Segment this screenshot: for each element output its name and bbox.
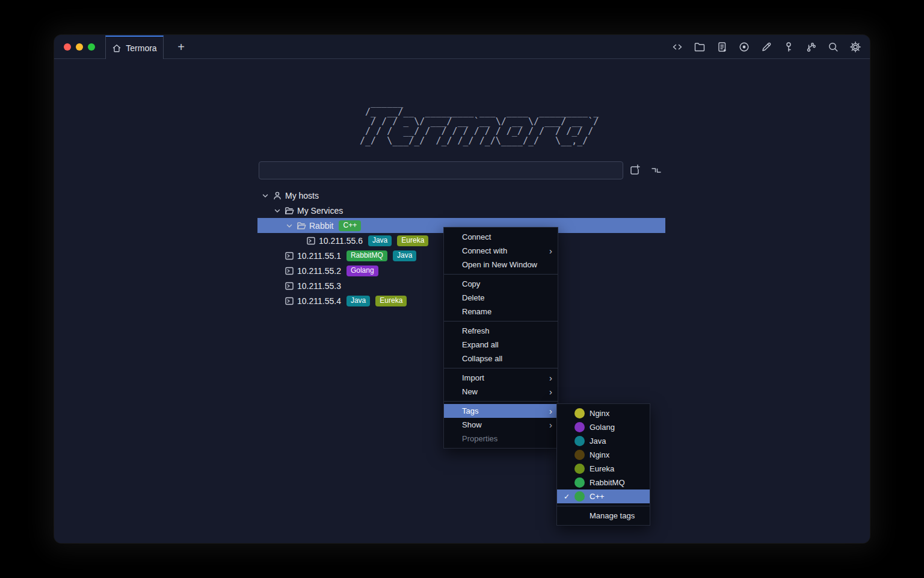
tab-termora[interactable]: Termora [105,36,164,59]
ascii-logo: ______ /_ __/__ _________ ___ ____ _____… [360,98,599,146]
tag-badge: Java [346,296,370,306]
menu-item-show[interactable]: Show › [444,418,558,432]
tag-color-dot [574,477,585,488]
tree-label: Rabbit [309,221,333,231]
toolbar [669,35,864,59]
tree-label: 10.211.55.6 [319,236,363,246]
menu-separator [444,368,558,368]
menu-item-import[interactable]: Import › [444,371,558,385]
zoom-window-button[interactable] [88,43,95,51]
tag-color-dot [574,464,585,474]
terminal-icon [285,266,294,276]
submenu-arrow-icon: › [549,418,552,432]
tag-option-nginx-2[interactable]: Nginx [557,448,650,462]
tree-label: My hosts [285,191,319,200]
title-bar: Termora + [54,35,870,59]
menu-item-open-in-new-window[interactable]: Open in New Window [444,258,558,272]
menu-item-connect-with[interactable]: Connect with › [444,244,558,258]
submenu-arrow-icon: › [549,385,552,399]
tags-submenu: Nginx Golang Java Nginx Eureka RabbitMQ [556,403,650,526]
tag-option-java[interactable]: Java [557,434,650,448]
menu-item-tags[interactable]: Tags › [444,404,558,418]
tag-color-dot [574,491,585,502]
tag-badge: RabbitMQ [346,250,387,261]
tag-option-cpp[interactable]: ✓ C++ [557,489,650,503]
tag-badge: Java [368,235,392,246]
terminal-icon [285,296,294,306]
tag-badge: Eureka [375,296,407,306]
user-icon [273,191,282,200]
menu-item-manage-tags[interactable]: Manage tags [557,509,650,523]
tag-option-nginx[interactable]: Nginx [557,406,650,420]
tag-color-dot [574,436,585,446]
menu-item-rename[interactable]: Rename [444,305,558,319]
key-icon[interactable] [780,39,797,55]
tree-label: My Services [297,206,343,216]
tree-label: 10.211.55.3 [297,281,341,291]
tree-row-my-services[interactable]: My Services [257,203,665,218]
folder-open-icon [297,221,306,231]
home-icon [112,43,122,53]
app-window: Termora + [54,35,870,543]
menu-item-expand-all[interactable]: Expand all [444,338,558,352]
tree-row-my-hosts[interactable]: My hosts [257,188,665,203]
chevron-down-icon[interactable] [285,222,294,230]
tab-title: Termora [126,43,156,53]
menu-item-collapse-all[interactable]: Collapse all [444,352,558,365]
folder-open-icon [285,206,294,216]
tree-label: 10.211.55.1 [297,251,341,261]
tag-option-rabbitmq[interactable]: RabbitMQ [557,476,650,489]
tag-badge: Golang [346,266,378,276]
menu-separator [444,274,558,275]
terminal-icon [306,236,316,246]
context-menu: Connect Connect with › Open in New Windo… [443,227,558,449]
search-icon[interactable] [825,39,842,55]
collapse-all-icon[interactable] [648,163,664,178]
keychain-icon[interactable] [802,39,819,55]
tag-color-dot [574,450,585,460]
tree-label: 10.211.55.4 [297,296,341,306]
edit-icon[interactable] [758,39,775,55]
menu-separator [444,321,558,322]
new-tab-button[interactable]: + [172,35,190,59]
menu-item-refresh[interactable]: Refresh [444,324,558,338]
tag-color-dot [574,408,585,418]
tag-option-eureka[interactable]: Eureka [557,462,650,476]
tag-option-golang[interactable]: Golang [557,420,650,434]
minimize-window-button[interactable] [76,43,83,51]
folder-icon[interactable] [691,39,708,55]
tree-label: 10.211.55.2 [297,266,341,276]
submenu-arrow-icon: › [549,244,552,258]
log-icon[interactable] [713,39,730,55]
menu-item-connect[interactable]: Connect [444,230,558,244]
submenu-arrow-icon: › [549,371,552,385]
main-content: ______ /_ __/__ _________ ___ ____ _____… [54,59,870,543]
quick-connect-input[interactable] [259,161,623,179]
record-icon[interactable] [736,39,753,55]
checkmark-icon: ✓ [562,493,571,501]
chevron-down-icon[interactable] [261,191,270,200]
window-controls [64,43,95,51]
tag-badge: Java [393,250,416,261]
terminal-icon [285,251,294,261]
close-window-button[interactable] [64,43,71,51]
menu-separator [557,506,650,506]
tag-color-dot [574,422,585,432]
settings-icon[interactable] [847,39,864,55]
tag-badge: C++ [339,220,361,231]
submenu-arrow-icon: › [549,404,552,418]
terminal-icon [285,281,294,291]
tag-badge: Eureka [397,235,428,246]
menu-item-copy[interactable]: Copy [444,277,558,291]
menu-item-new[interactable]: New › [444,385,558,399]
menu-separator [444,401,558,402]
add-host-icon[interactable] [627,163,642,178]
menu-item-delete[interactable]: Delete [444,291,558,305]
code-icon[interactable] [669,39,686,55]
menu-item-properties: Properties [444,432,558,446]
chevron-down-icon[interactable] [273,207,282,215]
